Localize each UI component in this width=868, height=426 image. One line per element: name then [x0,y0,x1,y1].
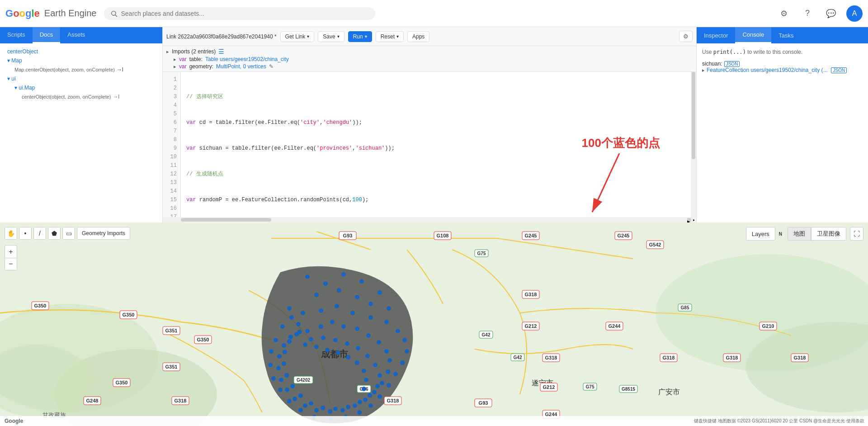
json-badge-2: JSON [831,67,847,73]
svg-point-177 [346,355,350,360]
save-button[interactable]: Save ▾ [318,31,344,42]
svg-point-94 [368,302,373,306]
svg-point-138 [353,403,357,408]
svg-point-152 [321,336,326,340]
console-item-sichuan: sichuan:JSON ▸ FeatureCollection users/g… [702,61,863,73]
help-icon-btn[interactable]: ? [799,5,816,22]
svg-point-181 [362,387,366,391]
tab-docs[interactable]: Docs [33,27,61,43]
tree-item-ui[interactable]: ▾ ui [4,74,159,83]
search-bar[interactable] [104,7,375,20]
editor-settings-button[interactable]: ⚙ [679,31,693,42]
svg-point-120 [269,349,274,354]
svg-point-147 [277,354,282,359]
code-content[interactable]: // 选择研究区 var cd = table.filter(ee.Filter… [181,72,696,217]
svg-point-172 [294,332,299,336]
svg-point-168 [284,373,289,378]
svg-text:G318: G318 [175,398,187,403]
pan-tool-btn[interactable]: ✋ [5,227,17,240]
right-panel: Inspector Console Tasks Use print(...) t… [696,27,868,222]
tree-item-centerobject[interactable]: centerObject [4,47,159,56]
zoom-out-button[interactable]: − [5,258,17,270]
svg-point-130 [366,333,371,338]
svg-text:G75: G75 [477,251,486,256]
svg-point-173 [303,342,307,347]
svg-text:G212: G212 [525,323,537,329]
right-tabs: Inspector Console Tasks [697,27,868,43]
svg-text:G318: G318 [794,355,806,360]
svg-text:G350: G350 [116,380,128,385]
svg-point-149 [288,335,293,339]
svg-point-146 [276,366,281,370]
polygon-tool-btn[interactable]: ⬟ [48,227,61,240]
reset-button[interactable]: Reset ▾ [376,31,404,42]
geometry-imports-button[interactable]: Geometry Imports [77,227,130,240]
var2-edit-icon[interactable]: ✎ [269,63,274,70]
svg-text:G210: G210 [762,323,774,329]
svg-text:G318: G318 [663,355,675,360]
svg-point-148 [282,343,286,348]
rectangle-tool-btn[interactable]: ▭ [62,227,75,240]
app-logo: Google Earth Engine [5,8,97,19]
chat-icon-btn[interactable]: 💬 [823,5,839,22]
hscroll-right-btn[interactable]: ▸ [687,218,691,222]
svg-text:G42: G42 [482,332,491,337]
imports-var2-row: ▸ var geometry: MultiPoint, 0 vertices ✎ [174,63,693,70]
svg-point-132 [384,349,389,354]
svg-point-124 [296,322,301,327]
tree-item-map[interactable]: ▾ Map [4,56,159,65]
settings-icon-btn[interactable]: ⚙ [776,5,792,22]
svg-point-163 [333,407,338,411]
svg-text:G108: G108 [437,233,449,238]
tree-item-ui-map[interactable]: ▾ ui.Map [11,83,159,92]
run-button[interactable]: Run ▾ [348,31,372,42]
svg-point-175 [325,348,330,352]
svg-point-87 [323,281,328,286]
imports-list-icon: ☰ [218,48,224,55]
svg-text:G244: G244 [609,323,621,329]
tab-console[interactable]: Console [735,27,771,43]
user-avatar[interactable]: A [846,5,863,22]
hscroll-end-btn[interactable]: ▸ [691,217,696,222]
tree-item-map-centerobject[interactable]: Map.centerObject(object, zoom, onComplet… [11,65,159,74]
fullscreen-button[interactable]: ⛶ [850,227,863,241]
imports-toggle[interactable]: ▸ [166,49,169,55]
svg-text:G542: G542 [649,242,661,247]
search-icon [110,10,118,17]
map-toolbar: ✋ • / ⬟ ▭ Geometry Imports [5,227,130,240]
svg-point-97 [301,311,305,315]
svg-point-180 [364,378,368,382]
search-input[interactable] [121,10,369,17]
hscroll-thumb[interactable] [181,218,271,222]
tab-scripts[interactable]: Scripts [0,27,33,43]
svg-point-127 [330,320,335,324]
svg-point-158 [377,373,382,378]
svg-text:G351: G351 [165,328,178,333]
console-expand-sichuan[interactable]: ▸ FeatureCollection users/geers19502/chi… [702,67,863,73]
zoom-in-button[interactable]: + [5,245,17,258]
line-tool-btn[interactable]: / [33,227,46,240]
svg-text:G93: G93 [343,233,353,238]
tab-tasks[interactable]: Tasks [771,27,801,43]
svg-point-156 [365,354,370,358]
point-tool-btn[interactable]: • [19,227,32,240]
svg-point-169 [282,361,286,366]
horizontal-scrollbar[interactable]: ▸ ▸ [163,217,696,222]
svg-text:G318: G318 [726,355,738,360]
left-panel: Scripts Docs Assets centerObject ▾ Map M… [0,27,163,222]
layers-button[interactable]: Layers [746,227,775,241]
tree-item-ui-map-centerobject[interactable]: centerObject(object, zoom, onComplete) →… [18,92,159,101]
map-view-btn[interactable]: 地图 [788,227,811,241]
get-link-button[interactable]: Get Link ▾ [280,31,315,42]
tab-inspector[interactable]: Inspector [697,27,735,43]
apps-button[interactable]: Apps [407,31,429,42]
satellite-view-btn[interactable]: 卫星图像 [811,227,846,241]
svg-point-126 [319,324,323,329]
google-wordmark: Google [5,8,40,19]
var1-toggle[interactable]: ▸ [174,57,176,62]
vertical-scrollbar[interactable] [691,72,696,217]
svg-point-166 [298,393,303,398]
tab-assets[interactable]: Assets [60,27,92,43]
imports-bar: ▸ Imports (2 entries) ☰ ▸ var table: Tab… [163,46,696,72]
var2-toggle[interactable]: ▸ [174,64,176,70]
